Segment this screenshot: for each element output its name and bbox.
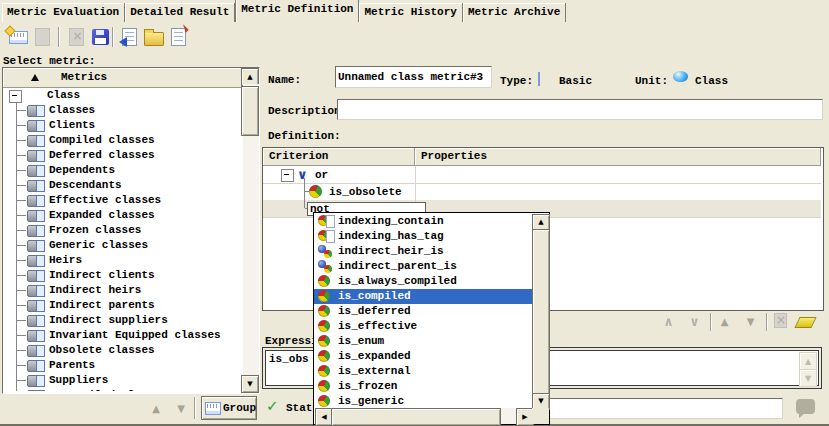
criterion-option-icon (318, 365, 335, 378)
criterion-option[interactable]: is_external (314, 364, 532, 379)
group-icon (205, 402, 221, 415)
criterion-option[interactable]: indirect_heir_is (314, 244, 532, 259)
metric-tree-item[interactable]: Classes (3, 103, 241, 118)
metric-tree-item[interactable]: Frozen classes (3, 223, 241, 238)
metric-tool-window: Metric EvaluationDetailed ResultMetric D… (0, 0, 829, 426)
duplicate-metric-button[interactable] (31, 26, 53, 48)
criterion-option[interactable]: is_always_compiled (314, 274, 532, 289)
expression-scroll-down-button[interactable]: ▼ (799, 369, 817, 387)
clear-definition-button[interactable] (797, 314, 814, 331)
metric-icon (27, 390, 42, 391)
criterion-option[interactable]: is_compiled (314, 289, 532, 304)
delete-criterion-button[interactable]: × (772, 312, 789, 329)
criterion-option[interactable]: indexing_contain (314, 214, 532, 229)
criterion-option-icon (318, 335, 335, 348)
metrics-column-label: Metrics (61, 71, 107, 83)
new-metric-button[interactable] (7, 26, 29, 48)
criterion-option-icon (318, 380, 335, 393)
metric-icon (27, 150, 42, 162)
metric-tree-item[interactable]: Indirect suppliers (3, 313, 241, 328)
tab[interactable]: Detailed Result (125, 3, 235, 22)
dropdown-vscroll-thumb[interactable] (532, 229, 550, 395)
criterion-option[interactable]: indirect_parent_is (314, 259, 532, 274)
metric-tree-item[interactable]: Dependents (3, 163, 241, 178)
metric-icon (27, 345, 42, 357)
metric-icon (27, 330, 42, 342)
status-input[interactable] (544, 398, 783, 419)
collapse-minus-icon[interactable] (281, 169, 294, 182)
metric-tree: Class Classes Clients (3, 88, 241, 391)
expression-scroll-up-button[interactable]: ▲ (799, 352, 817, 370)
metric-tree-item[interactable]: Generic classes (3, 238, 241, 253)
criterion-option[interactable]: is_effective (314, 319, 532, 334)
criterion-column-header[interactable]: Criterion (263, 148, 415, 166)
metric-tree-item[interactable]: Deferred classes (3, 148, 241, 163)
metric-toolbar: × (0, 23, 829, 52)
save-metric-button[interactable] (89, 26, 111, 48)
tab[interactable]: Metric Definition (235, 0, 359, 22)
criterion-option[interactable]: is_expanded (314, 349, 532, 364)
metric-icon (27, 360, 42, 372)
move-criterion-down-button[interactable]: ▼ (742, 313, 759, 330)
tab[interactable]: Metric History (359, 3, 462, 22)
delete-metric-button[interactable]: × (65, 26, 87, 48)
criterion-option[interactable]: is_enum (314, 334, 532, 349)
toolbar-separator (112, 27, 114, 47)
metrics-column-header[interactable]: Metrics (3, 68, 242, 88)
metric-tree-item[interactable]: Obsolete classes (3, 343, 241, 358)
type-value: Basic (559, 75, 592, 87)
criterion-option[interactable]: is_generic (314, 394, 532, 408)
and-operator-button[interactable]: ∧ (660, 313, 677, 330)
move-metric-up-button[interactable]: ▲ (146, 399, 166, 417)
duplicate-icon (35, 28, 50, 46)
dropdown-hscroll-thumb[interactable] (331, 408, 501, 426)
export-metrics-button[interactable] (167, 26, 189, 48)
save-icon (92, 29, 109, 45)
group-toggle-button[interactable]: Group (201, 396, 257, 420)
metric-tree-item[interactable]: Effective classes (3, 193, 241, 208)
metric-tree-item[interactable]: Indirect clients (3, 268, 241, 283)
metric-tree-item[interactable]: Indirect heirs (3, 283, 241, 298)
criterion-option[interactable]: is_frozen (314, 379, 532, 394)
tab[interactable]: Metric Archive (463, 3, 566, 22)
metric-tree-item[interactable]: Heirs (3, 253, 241, 268)
move-metric-down-button[interactable]: ▼ (171, 399, 191, 417)
metric-tree-item[interactable]: Descendants (3, 178, 241, 193)
metric-tree-item[interactable]: Invariant Equipped classes (3, 328, 241, 343)
or-operator-icon: ∨ (297, 167, 308, 182)
metric-tree-item[interactable]: Compiled classes (3, 133, 241, 148)
metric-tree-item[interactable]: Uncompiled classes (3, 388, 241, 391)
name-input[interactable] (335, 66, 492, 88)
new-metric-icon (9, 31, 28, 44)
metric-tree-item[interactable]: Class (3, 88, 241, 103)
metric-tree-item[interactable]: Clients (3, 118, 241, 133)
tab[interactable]: Metric Evaluation (2, 3, 125, 22)
criterion-row-or[interactable]: or (315, 169, 328, 181)
import-icon (122, 28, 137, 46)
collapse-minus-icon[interactable] (9, 90, 22, 103)
open-folder-icon (144, 32, 164, 46)
or-operator-button[interactable]: ∨ (686, 313, 703, 330)
criterion-option[interactable]: is_deferred (314, 304, 532, 319)
list-scrollbar-thumb[interactable] (241, 86, 259, 136)
criterion-option[interactable]: indexing_has_tag (314, 229, 532, 244)
metric-tree-item[interactable]: Indirect parents (3, 298, 241, 313)
comment-bubble-icon[interactable] (796, 399, 815, 414)
properties-column-header[interactable]: Properties (415, 148, 821, 166)
delete-icon: × (774, 313, 787, 328)
tab-bar: Metric EvaluationDetailed ResultMetric D… (2, 0, 566, 22)
open-metrics-button[interactable] (143, 26, 165, 48)
description-input[interactable] (337, 99, 823, 120)
list-scroll-down-button[interactable]: ▼ (241, 375, 259, 393)
move-criterion-up-button[interactable]: ▲ (716, 313, 733, 330)
criterion-dropdown: indexing_contain indexing_has_tag indire… (313, 212, 550, 425)
sort-ascending-icon (31, 74, 39, 81)
expression-text: is_obs (269, 353, 309, 365)
metric-tree-item[interactable]: Suppliers (3, 373, 241, 388)
criterion-row-is-obsolete[interactable]: is_obsolete (329, 186, 402, 198)
metric-tree-item[interactable]: Expanded classes (3, 208, 241, 223)
criterion-option-icon (318, 320, 335, 333)
criterion-option-icon (318, 305, 335, 318)
import-metrics-button[interactable] (118, 26, 140, 48)
metric-tree-item[interactable]: Parents (3, 358, 241, 373)
